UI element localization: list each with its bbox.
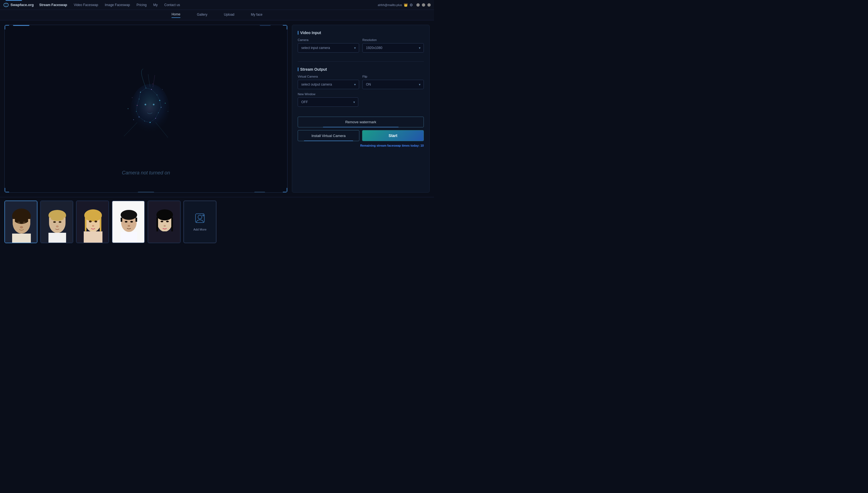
svg-rect-30: [13, 219, 15, 224]
camera-select-wrap: select input camera ▼: [298, 43, 359, 52]
face-particle-visual: [107, 65, 184, 153]
close-button[interactable]: ✕: [427, 3, 431, 7]
video-input-title: Video Input: [298, 30, 424, 35]
scroll-bottom: [138, 192, 154, 193]
camera-label: Camera: [298, 38, 359, 42]
virtual-camera-select[interactable]: select output camera: [298, 80, 359, 89]
svg-point-65: [157, 209, 173, 220]
svg-point-56: [121, 210, 137, 220]
svg-rect-71: [156, 231, 174, 243]
svg-point-22: [153, 84, 153, 84]
nav-my[interactable]: My: [154, 3, 158, 7]
face-card-3[interactable]: [76, 200, 109, 243]
maximize-button[interactable]: □: [422, 3, 425, 7]
nav-stream[interactable]: Stream Faceswap: [39, 3, 67, 7]
svg-point-43: [56, 226, 59, 228]
face-card-2[interactable]: [40, 200, 73, 243]
svg-point-18: [132, 98, 133, 98]
resolution-select-wrap: 1920x1080 ▼: [362, 43, 424, 52]
svg-rect-58: [136, 218, 137, 222]
svg-point-25: [136, 95, 163, 123]
svg-point-24: [133, 120, 134, 120]
svg-point-38: [48, 210, 66, 221]
install-virtual-camera-button[interactable]: Install Virtual Camera: [298, 130, 359, 141]
add-more-label: Add More: [193, 228, 206, 231]
camera-select[interactable]: select input camera: [298, 43, 359, 52]
svg-rect-48: [85, 218, 86, 231]
svg-point-60: [130, 221, 133, 222]
flip-select[interactable]: ON: [362, 80, 424, 89]
svg-point-33: [23, 222, 26, 224]
corner-tr: [283, 25, 287, 29]
svg-point-61: [128, 225, 130, 227]
settings-icon[interactable]: ⚙: [409, 3, 413, 7]
action-buttons: Remove watermark Install Virtual Camera …: [298, 116, 424, 147]
add-more-card[interactable]: Add More: [183, 200, 217, 243]
corner-br: [283, 188, 287, 192]
resolution-label: Resolution: [362, 38, 424, 42]
nav-pricing[interactable]: Pricing: [137, 3, 147, 7]
svg-point-29: [13, 209, 30, 221]
titlebar: Swapface.org Stream Faceswap Video Faces…: [0, 0, 434, 10]
nav-video[interactable]: Video Faceswap: [74, 3, 98, 7]
svg-point-41: [53, 221, 56, 223]
svg-rect-31: [28, 219, 30, 224]
window-controls: — □ ✕: [416, 3, 431, 7]
crown-icon: 👑: [404, 3, 408, 7]
start-button[interactable]: Start: [362, 130, 424, 141]
subnav: Home Gallery Upload My face: [0, 10, 434, 20]
svg-rect-35: [12, 234, 31, 243]
svg-point-59: [125, 221, 127, 222]
main-nav: Stream Faceswap Video Faceswap Image Fac…: [39, 3, 180, 7]
remaining-label: Remaining stream faceswap times today:: [360, 144, 420, 147]
svg-rect-66: [157, 217, 158, 232]
subnav-myface[interactable]: My face: [251, 13, 262, 18]
svg-rect-67: [171, 217, 173, 232]
svg-point-51: [95, 221, 97, 222]
nav-image[interactable]: Image Faceswap: [105, 3, 130, 7]
main-content: Camera not turned on Video Input Camera …: [0, 20, 434, 197]
face-card-1[interactable]: [4, 200, 37, 243]
resolution-select[interactable]: 1920x1080: [362, 43, 424, 52]
face-3-image: [77, 201, 109, 243]
stream-output-section: Stream Output Virtual Camera select outp…: [298, 67, 424, 110]
face-card-4[interactable]: [112, 200, 145, 243]
svg-rect-39: [49, 218, 51, 222]
svg-point-69: [166, 221, 169, 222]
subnav-upload[interactable]: Upload: [224, 13, 234, 18]
new-window-row: New Window OFF ▼: [298, 92, 424, 107]
svg-rect-40: [64, 218, 65, 222]
face-4-image: [113, 201, 145, 243]
face-2-image: [41, 201, 73, 243]
virtual-camera-flip-row: Virtual Camera select output camera ▼ Fl…: [298, 75, 424, 89]
face-card-5[interactable]: [148, 200, 181, 243]
corner-bl: [5, 188, 9, 192]
svg-point-73: [198, 215, 202, 219]
svg-rect-49: [100, 218, 101, 231]
face-5-image: [148, 201, 181, 243]
svg-point-70: [164, 225, 166, 227]
svg-point-19: [165, 103, 166, 104]
minimize-button[interactable]: —: [416, 3, 420, 7]
svg-point-47: [84, 209, 102, 221]
camera-off-text: Camera not turned on: [122, 170, 170, 176]
logo: Swapface.org: [3, 3, 34, 7]
titlebar-left: Swapface.org Stream Faceswap Video Faces…: [3, 3, 180, 7]
subnav-gallery[interactable]: Gallery: [197, 13, 207, 18]
new-window-select[interactable]: OFF: [298, 98, 358, 107]
svg-point-21: [128, 108, 128, 109]
svg-rect-57: [121, 218, 122, 222]
remove-watermark-button[interactable]: Remove watermark: [298, 116, 424, 127]
virtual-camera-label: Virtual Camera: [298, 75, 359, 78]
logo-text: Swapface.org: [11, 3, 34, 7]
nav-contact[interactable]: Contact us: [164, 3, 180, 7]
new-window-label: New Window: [298, 92, 358, 96]
resolution-group: Resolution 1920x1080 ▼: [362, 38, 424, 52]
video-tab-decoration: [13, 25, 29, 26]
camera-group: Camera select input camera ▼: [298, 38, 359, 52]
install-start-row: Install Virtual Camera Start: [298, 130, 424, 141]
logo-icon: [3, 3, 9, 7]
svg-point-32: [17, 222, 20, 224]
subnav-home[interactable]: Home: [171, 13, 180, 18]
stream-output-title: Stream Output: [298, 67, 424, 71]
